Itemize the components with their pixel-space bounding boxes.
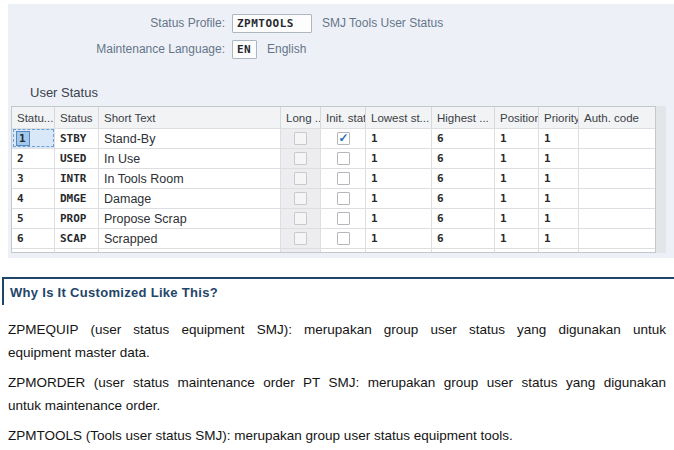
init-status-cell[interactable] [321,188,366,208]
priority-cell[interactable]: 1 [539,128,579,148]
position-cell[interactable]: 1 [495,208,539,228]
status-code-cell[interactable]: USED [55,148,99,168]
status-code-cell[interactable]: DMGE [55,188,99,208]
lowest-status-cell[interactable]: 1 [366,228,432,248]
init-status-cell[interactable] [321,148,366,168]
init-status-checkbox[interactable] [337,152,350,165]
short-text-cell[interactable]: In Use [99,148,281,168]
short-text-cell[interactable]: Damage [99,188,281,208]
auth-code-cell[interactable] [579,128,655,148]
init-status-cell[interactable] [321,228,366,248]
cell-text: 1 [544,232,551,245]
column-header-auth-code[interactable]: Auth. code [579,107,655,128]
priority-cell[interactable]: 1 [539,228,579,248]
auth-code-cell[interactable] [579,148,655,168]
cell-text: 6 [17,232,24,245]
priority-cell[interactable]: 1 [539,208,579,228]
short-text-cell[interactable]: Propose Scrap [99,208,281,228]
column-header-priority[interactable]: Priority [539,107,579,128]
filler-cell [579,248,655,252]
init-status-checkbox[interactable] [337,132,350,145]
lowest-status-cell[interactable]: 1 [366,128,432,148]
filler-cell [55,248,99,252]
paragraph-line: untuk maintenance order. [8,394,666,417]
maintenance-language-input[interactable] [232,40,257,59]
maintenance-language-label: Maintenance Language: [8,42,225,56]
status-number-cell[interactable]: 2 [12,148,55,168]
cell-text: 1 [500,192,507,205]
status-number-cell[interactable]: 1 [12,128,55,148]
init-status-cell[interactable] [321,168,366,188]
highest-status-cell[interactable]: 6 [432,208,495,228]
cell-text: Stand-By [104,132,155,146]
column-header-short-text[interactable]: Short Text [99,107,281,128]
column-header-long-text[interactable]: Long ... [281,107,321,128]
column-header-status-number[interactable]: Statu... [12,107,55,128]
init-status-cell[interactable] [321,208,366,228]
paragraph-line: ZPMEQUIP (user status equipment SMJ): me… [8,318,666,341]
column-header-highest-status[interactable]: Highest ... [432,107,495,128]
priority-cell[interactable]: 1 [539,148,579,168]
cell-text: 1 [371,172,378,185]
auth-code-cell[interactable] [579,208,655,228]
paragraph-line: equipment master data. [8,341,666,364]
cell-text: 5 [17,212,24,225]
init-status-checkbox[interactable] [337,192,350,205]
lowest-status-cell[interactable]: 1 [366,208,432,228]
position-cell[interactable]: 1 [495,228,539,248]
auth-code-cell[interactable] [579,168,655,188]
table-row: 5PROPPropose Scrap1611 [12,208,655,228]
highest-status-cell[interactable]: 6 [432,228,495,248]
user-status-rows: 1STBYStand-By16112USEDIn Use16113INTRIn … [12,128,655,248]
cell-text: 1 [544,212,551,225]
init-status-checkbox[interactable] [337,212,350,225]
highest-status-cell[interactable]: 6 [432,168,495,188]
status-number-cell[interactable]: 6 [12,228,55,248]
status-code-cell[interactable]: PROP [55,208,99,228]
cell-text: 6 [437,212,444,225]
long-text-cell [281,228,321,248]
cell-text: 1 [16,131,30,146]
column-header-init-status[interactable]: Init. stat... [321,107,366,128]
auth-code-cell[interactable] [579,228,655,248]
cell-text: SCAP [60,232,87,245]
init-status-checkbox[interactable] [337,232,350,245]
position-cell[interactable]: 1 [495,168,539,188]
table-filler-row [12,248,655,252]
table-header-row: Statu... Status Short Text Long ... Init… [12,107,655,128]
status-number-cell[interactable]: 3 [12,168,55,188]
lowest-status-cell[interactable]: 1 [366,188,432,208]
document-paragraphs: ZPMEQUIP (user status equipment SMJ): me… [0,318,674,447]
position-cell[interactable]: 1 [495,128,539,148]
table-right-strip[interactable] [656,106,666,253]
status-number-cell[interactable]: 4 [12,188,55,208]
cell-text: PROP [60,212,87,225]
status-code-cell[interactable]: SCAP [55,228,99,248]
status-code-cell[interactable]: INTR [55,168,99,188]
lowest-status-cell[interactable]: 1 [366,168,432,188]
column-header-status[interactable]: Status [55,107,99,128]
short-text-cell[interactable]: Stand-By [99,128,281,148]
position-cell[interactable]: 1 [495,148,539,168]
priority-cell[interactable]: 1 [539,188,579,208]
status-profile-input[interactable] [232,14,312,33]
priority-cell[interactable]: 1 [539,168,579,188]
short-text-cell[interactable]: Scrapped [99,228,281,248]
column-header-lowest-status[interactable]: Lowest st... [366,107,432,128]
lowest-status-cell[interactable]: 1 [366,148,432,168]
table-row: 1STBYStand-By1611 [12,128,655,148]
status-number-cell[interactable]: 5 [12,208,55,228]
highest-status-cell[interactable]: 6 [432,148,495,168]
short-text-cell[interactable]: In Tools Room [99,168,281,188]
position-cell[interactable]: 1 [495,188,539,208]
auth-code-cell[interactable] [579,188,655,208]
highest-status-cell[interactable]: 6 [432,188,495,208]
highest-status-cell[interactable]: 6 [432,128,495,148]
status-code-cell[interactable]: STBY [55,128,99,148]
init-status-checkbox[interactable] [337,172,350,185]
cell-text: 1 [544,152,551,165]
column-header-position[interactable]: Position [495,107,539,128]
page: Status Profile: SMJ Tools User Status Ma… [0,0,674,450]
init-status-cell[interactable] [321,128,366,148]
cell-text: Damage [104,192,151,206]
